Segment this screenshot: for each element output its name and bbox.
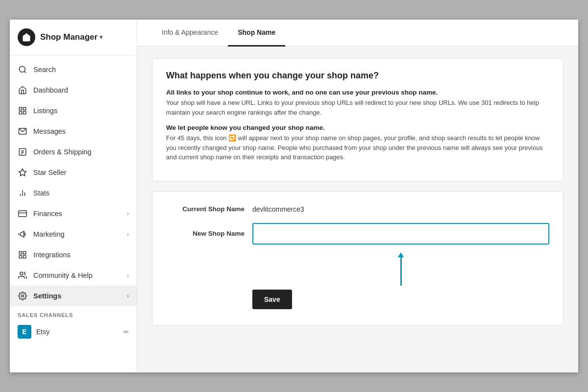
save-button[interactable]: Save xyxy=(252,290,292,309)
arrow-line xyxy=(400,256,402,286)
sidebar-item-marketing-label: Marketing xyxy=(33,230,65,238)
svg-rect-15 xyxy=(19,211,27,217)
svg-point-23 xyxy=(22,295,24,297)
current-shop-name-label: Current Shop Name xyxy=(166,205,245,213)
sidebar-item-stats[interactable]: Stats xyxy=(10,183,137,203)
sidebar-item-marketing[interactable]: Marketing › xyxy=(10,224,137,245)
listings-icon xyxy=(18,106,27,116)
sidebar-item-finances[interactable]: Finances › xyxy=(10,203,137,224)
svg-rect-20 xyxy=(19,256,22,258)
new-shop-name-row: New Shop Name xyxy=(166,223,549,245)
sidebar-item-star-seller-label: Star Seller xyxy=(33,169,67,176)
etsy-label: Etsy xyxy=(36,328,119,336)
info-section-1-normal: Your shop will have a new URL. Links to … xyxy=(166,98,549,117)
sidebar: Shop Manager ▾ Search xyxy=(10,20,137,372)
content-area: What happens when you change your shop n… xyxy=(137,47,578,372)
sidebar-item-settings-label: Settings xyxy=(33,292,61,300)
sidebar-nav: Search Dashboard xyxy=(10,55,137,372)
arrow-annotation xyxy=(252,254,549,290)
settings-icon xyxy=(18,291,27,301)
community-chevron: › xyxy=(127,272,129,279)
info-section-2-normal: For 45 days, this icon 🔁 will appear nex… xyxy=(166,133,549,162)
info-section-1-bold: All links to your shop continue to work,… xyxy=(166,89,549,96)
svg-rect-2 xyxy=(19,107,22,110)
star-icon xyxy=(18,168,27,177)
sidebar-item-listings[interactable]: Listings xyxy=(10,100,137,121)
tabs-bar: Info & Appearance Shop Name xyxy=(137,20,578,47)
sidebar-item-search[interactable]: Search xyxy=(10,59,137,80)
sidebar-item-stats-label: Stats xyxy=(33,189,49,197)
new-shop-name-input[interactable] xyxy=(252,223,549,245)
sidebar-item-settings[interactable]: Settings › xyxy=(10,286,137,306)
sidebar-item-community-help[interactable]: Community & Help › xyxy=(10,265,137,286)
main-content: Info & Appearance Shop Name What happens… xyxy=(137,20,578,372)
current-shop-name-row: Current Shop Name devlitcommerce3 xyxy=(166,205,549,213)
tab-info-appearance[interactable]: Info & Appearance xyxy=(152,20,228,47)
svg-rect-19 xyxy=(24,251,26,254)
sidebar-item-messages[interactable]: Messages xyxy=(10,121,137,142)
svg-rect-3 xyxy=(24,107,26,110)
tab-shop-name[interactable]: Shop Name xyxy=(228,20,285,47)
shop-manager-chevron: ▾ xyxy=(99,34,102,41)
svg-point-0 xyxy=(19,66,25,72)
orders-icon xyxy=(18,147,27,157)
current-shop-name-value: devlitcommerce3 xyxy=(252,205,304,213)
search-icon xyxy=(18,65,27,74)
sidebar-item-integrations[interactable]: Integrations xyxy=(10,245,137,265)
shop-manager-title: Shop Manager ▾ xyxy=(40,32,102,42)
sidebar-item-messages-label: Messages xyxy=(33,127,66,135)
shop-manager-icon xyxy=(18,28,35,46)
sidebar-item-orders-label: Orders & Shipping xyxy=(33,148,91,156)
integrations-icon xyxy=(18,250,27,260)
finances-icon xyxy=(18,209,27,219)
sidebar-item-orders-shipping[interactable]: Orders & Shipping xyxy=(10,142,137,162)
sidebar-item-integrations-label: Integrations xyxy=(33,251,71,259)
svg-rect-21 xyxy=(24,256,26,258)
sidebar-item-etsy[interactable]: E Etsy ✏ xyxy=(10,320,137,343)
sidebar-item-listings-label: Listings xyxy=(33,107,57,115)
messages-icon xyxy=(18,126,27,136)
marketing-icon xyxy=(18,229,27,239)
info-card: What happens when you change your shop n… xyxy=(152,58,564,181)
form-card: Current Shop Name devlitcommerce3 New Sh… xyxy=(152,191,564,325)
finances-chevron: › xyxy=(127,210,129,217)
sidebar-item-search-label: Search xyxy=(33,66,56,74)
svg-marker-11 xyxy=(19,169,26,176)
sidebar-header[interactable]: Shop Manager ▾ xyxy=(10,20,137,55)
info-section-1: All links to your shop continue to work,… xyxy=(166,89,549,117)
sidebar-item-dashboard[interactable]: Dashboard xyxy=(10,80,137,100)
svg-rect-5 xyxy=(24,112,26,114)
info-section-2-bold: We let people know you changed your shop… xyxy=(166,124,549,131)
sidebar-item-community-label: Community & Help xyxy=(33,271,93,279)
svg-rect-18 xyxy=(19,251,22,254)
home-icon xyxy=(18,85,27,95)
marketing-chevron: › xyxy=(127,231,129,238)
sidebar-item-finances-label: Finances xyxy=(33,210,62,218)
settings-chevron: › xyxy=(127,293,129,299)
sidebar-item-star-seller[interactable]: Star Seller xyxy=(10,162,137,183)
info-section-2: We let people know you changed your shop… xyxy=(166,124,549,162)
svg-rect-4 xyxy=(19,112,22,114)
community-icon xyxy=(18,270,27,280)
svg-point-22 xyxy=(20,272,23,275)
svg-line-1 xyxy=(24,71,25,73)
stats-icon xyxy=(18,188,27,198)
sales-channels-label: SALES CHANNELS xyxy=(10,306,137,320)
sidebar-item-dashboard-label: Dashboard xyxy=(33,86,68,94)
info-card-title: What happens when you change your shop n… xyxy=(166,71,549,81)
new-shop-name-label: New Shop Name xyxy=(166,230,245,237)
edit-icon[interactable]: ✏ xyxy=(123,328,129,336)
etsy-badge: E xyxy=(18,325,31,339)
